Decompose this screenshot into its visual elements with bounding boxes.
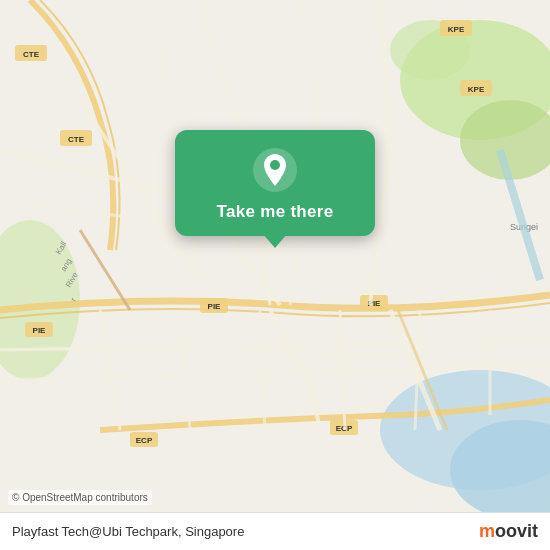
svg-text:KPE: KPE <box>468 85 485 94</box>
svg-point-30 <box>270 160 280 170</box>
moovit-logo: moovit <box>479 521 538 542</box>
location-name: Playfast Tech@Ubi Techpark, Singapore <box>12 524 244 539</box>
moovit-logo-accent: m <box>479 521 495 541</box>
svg-text:PIE: PIE <box>208 302 222 311</box>
map-attribution: © OpenStreetMap contributors <box>8 490 152 505</box>
moovit-logo-text: oovit <box>495 521 538 541</box>
svg-text:KPE: KPE <box>448 25 465 34</box>
map-pin-icon <box>253 148 297 192</box>
take-me-there-button[interactable]: Take me there <box>217 202 334 222</box>
svg-point-3 <box>0 220 80 380</box>
svg-text:PIE: PIE <box>33 326 47 335</box>
popup-card: Take me there <box>175 130 375 236</box>
map-container: CTE CTE KPE KPE PIE PIE PIE ECP ECP <box>0 0 550 550</box>
bottom-info-bar: Playfast Tech@Ubi Techpark, Singapore mo… <box>0 512 550 550</box>
map-roads: CTE CTE KPE KPE PIE PIE PIE ECP ECP <box>0 0 550 550</box>
svg-text:CTE: CTE <box>68 135 85 144</box>
svg-text:CTE: CTE <box>23 50 40 59</box>
svg-text:ECP: ECP <box>136 436 153 445</box>
